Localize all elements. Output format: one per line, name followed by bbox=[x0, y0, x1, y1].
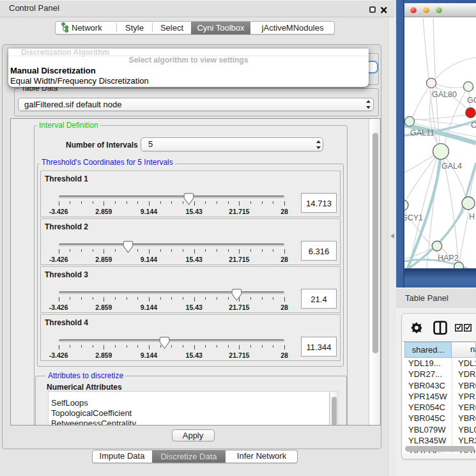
svg-text:C: C bbox=[471, 121, 476, 130]
svg-text:GCY1: GCY1 bbox=[404, 213, 423, 222]
svg-text:H: H bbox=[469, 212, 475, 221]
svg-text:GAL80: GAL80 bbox=[432, 90, 457, 99]
svg-text:GC: GC bbox=[467, 96, 476, 105]
svg-text:GAL4: GAL4 bbox=[441, 162, 462, 171]
svg-text:GAL11: GAL11 bbox=[410, 128, 434, 137]
svg-text:HAP2: HAP2 bbox=[438, 254, 459, 263]
